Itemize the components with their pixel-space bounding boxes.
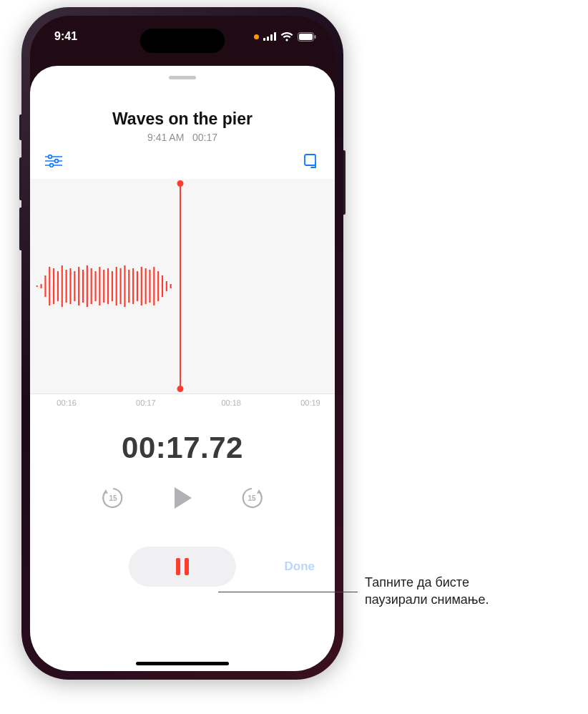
recording-meta-duration: 00:17 <box>192 132 217 143</box>
skip-forward-15-button[interactable]: 15 <box>240 486 264 510</box>
options-icon[interactable] <box>44 153 63 169</box>
ruler-tick: 00:16 <box>57 398 77 407</box>
callout-line2: паузирали снимање. <box>365 592 489 607</box>
svg-rect-5 <box>299 34 313 40</box>
home-indicator[interactable] <box>136 662 229 665</box>
dynamic-island <box>140 29 225 53</box>
recording-meta: 9:41 AM 00:17 <box>30 132 335 143</box>
play-button[interactable] <box>168 484 197 512</box>
ruler-tick: 00:18 <box>221 398 241 407</box>
callout-line1: Тапните да бисте <box>365 575 469 590</box>
status-time: 9:41 <box>54 30 77 43</box>
battery-icon <box>298 32 316 41</box>
sheet-grabber[interactable] <box>169 76 196 79</box>
svg-rect-2 <box>270 34 273 41</box>
svg-point-10 <box>55 160 59 163</box>
svg-point-8 <box>49 155 52 159</box>
volume-up <box>19 157 21 200</box>
ruler-tick: 00:17 <box>136 398 156 407</box>
pause-icon <box>175 558 190 575</box>
waveform-area[interactable] <box>30 179 335 393</box>
recorder-sheet: Waves on the pier 9:41 AM 00:17 <box>30 66 335 671</box>
svg-rect-3 <box>274 32 276 41</box>
skip-back-15-button[interactable]: 15 <box>101 486 125 510</box>
pause-record-button[interactable] <box>129 547 236 587</box>
screen: 9:41 Waves on the pier 9:41 AM 00:17 <box>30 16 335 671</box>
playback-controls: 15 15 <box>30 484 335 512</box>
ruler-tick: 00:19 <box>300 398 320 407</box>
playhead[interactable] <box>180 183 181 389</box>
mute-switch <box>19 114 21 140</box>
svg-point-12 <box>50 164 54 167</box>
svg-rect-0 <box>263 38 265 41</box>
recording-indicator-dot-icon <box>254 34 259 39</box>
skip-back-label: 15 <box>109 494 117 502</box>
done-button[interactable]: Done <box>285 559 315 574</box>
status-right <box>254 32 316 41</box>
svg-rect-48 <box>185 558 189 575</box>
cellular-icon <box>263 32 276 41</box>
wifi-icon <box>280 32 293 41</box>
elapsed-time: 00:17.72 <box>30 431 335 465</box>
callout-text: Тапните да бисте паузирали снимање. <box>365 574 489 609</box>
svg-rect-1 <box>267 36 269 41</box>
side-button <box>343 150 346 215</box>
svg-rect-47 <box>176 558 180 575</box>
phone-frame: 9:41 Waves on the pier 9:41 AM 00:17 <box>21 7 343 680</box>
toolbar-row <box>30 143 335 175</box>
record-bottom-row: Done <box>30 547 335 587</box>
trim-icon[interactable] <box>302 153 320 169</box>
waveform-icon <box>30 254 176 318</box>
volume-down <box>19 207 21 250</box>
recording-title[interactable]: Waves on the pier <box>30 109 335 129</box>
recording-meta-time: 9:41 AM <box>147 132 184 143</box>
callout-leader <box>218 592 358 592</box>
skip-fwd-label: 15 <box>248 494 256 502</box>
svg-rect-13 <box>305 155 315 165</box>
svg-rect-6 <box>315 35 316 39</box>
time-ruler: 00:16 00:17 00:18 00:19 <box>30 393 335 414</box>
